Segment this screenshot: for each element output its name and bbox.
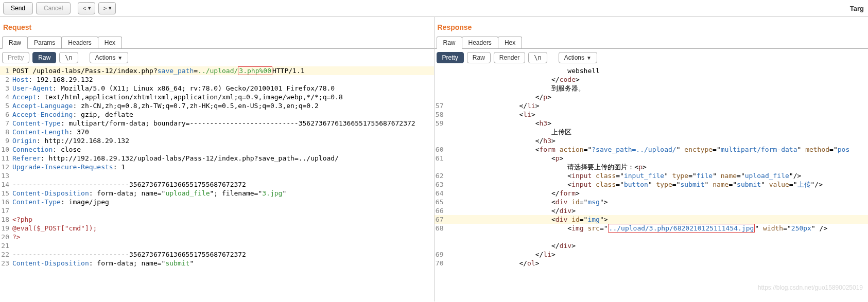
tab-resp-hex[interactable]: Hex <box>498 37 522 49</box>
cancel-button[interactable]: Cancel <box>36 2 71 14</box>
response-panel: Response Raw Headers Hex Pretty Raw Rend… <box>435 17 869 301</box>
send-button[interactable]: Send <box>3 2 33 14</box>
response-viewer[interactable]: webshell </code> 到服务器。 </p>57 </li>58 <l… <box>435 66 869 301</box>
response-tabs: Raw Headers Hex <box>435 37 869 49</box>
target-label: Targ <box>850 5 865 12</box>
prev-button[interactable]: <▼ <box>78 2 95 14</box>
view-pretty[interactable]: Pretty <box>2 52 29 63</box>
resp-actions-menu[interactable]: Actions▼ <box>559 52 597 63</box>
tab-params[interactable]: Params <box>27 37 62 49</box>
view-resp-pretty[interactable]: Pretty <box>437 52 464 63</box>
request-tabs: Raw Params Headers Hex <box>0 37 434 49</box>
request-title: Request <box>0 17 434 37</box>
view-newline[interactable]: \n <box>59 52 78 63</box>
next-button[interactable]: >▼ <box>98 2 116 14</box>
view-resp-newline[interactable]: \n <box>528 52 547 63</box>
chevron-down-icon: ▼ <box>586 55 592 61</box>
view-resp-render[interactable]: Render <box>494 52 525 63</box>
response-title: Response <box>435 17 869 37</box>
tab-raw[interactable]: Raw <box>2 37 28 49</box>
request-viewbar: Pretty Raw \n Actions▼ <box>0 49 434 66</box>
panels: Request Raw Params Headers Hex Pretty Ra… <box>0 17 868 301</box>
request-panel: Request Raw Params Headers Hex Pretty Ra… <box>0 17 435 301</box>
tab-resp-headers[interactable]: Headers <box>462 37 498 49</box>
request-editor[interactable]: 1POST /upload-labs/Pass-12/index.php?sav… <box>0 66 434 301</box>
chevron-down-icon: ▼ <box>117 55 123 61</box>
view-resp-raw[interactable]: Raw <box>467 52 491 63</box>
tab-headers[interactable]: Headers <box>61 37 98 49</box>
tab-hex[interactable]: Hex <box>98 37 122 49</box>
view-raw[interactable]: Raw <box>32 52 56 63</box>
actions-menu[interactable]: Actions▼ <box>90 52 128 63</box>
response-viewbar: Pretty Raw Render \n Actions▼ <box>435 49 869 66</box>
tab-resp-raw[interactable]: Raw <box>437 37 462 49</box>
top-toolbar: Send Cancel <▼ >▼ Targ <box>0 0 868 17</box>
